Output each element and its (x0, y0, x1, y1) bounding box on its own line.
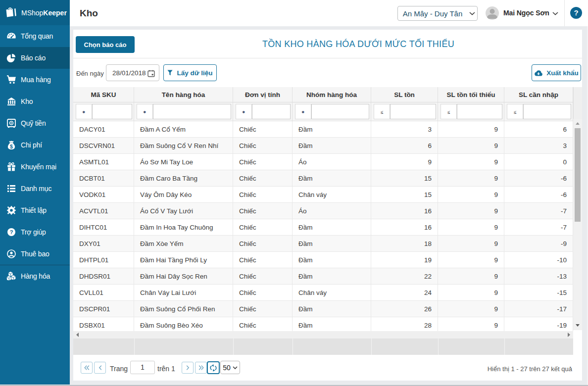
svg-text:?: ? (10, 229, 13, 235)
svg-text:$: $ (10, 144, 13, 149)
